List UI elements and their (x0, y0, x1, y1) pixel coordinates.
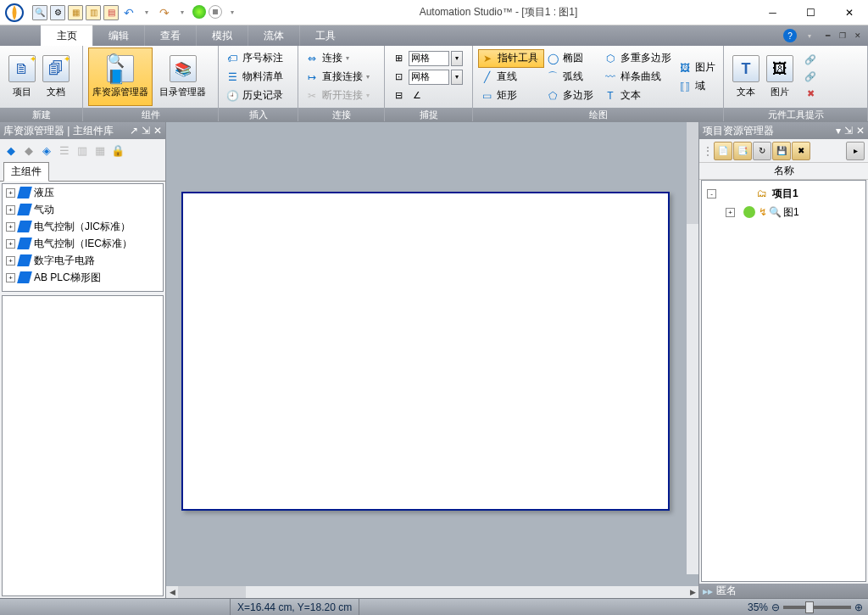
help-drop[interactable]: ▾ (802, 28, 817, 43)
btn-library-explorer[interactable]: 🔍📘 库资源管理器 (88, 48, 153, 106)
tree-row[interactable]: +气动 (3, 201, 163, 218)
mdi-restore[interactable]: ❐ (837, 31, 848, 41)
snap-btn-1[interactable]: ⊞ (390, 50, 407, 67)
grid-combo-1[interactable]: 网格▾ (409, 50, 463, 67)
tab-fluid[interactable]: 流体 (248, 25, 299, 46)
tt-btn-3[interactable]: ✖ (802, 86, 819, 103)
opts-icon[interactable]: ▾ (836, 125, 841, 137)
project-tree[interactable]: - 🗂 项目1 + ↯ 🔍 图1 (701, 180, 866, 582)
btn-new-document[interactable]: 🗐✦ 文档 (39, 48, 73, 106)
qat-btn-3[interactable]: ▦ (68, 5, 83, 20)
help-button[interactable]: ? (783, 29, 797, 42)
tree-row[interactable]: +数字电子电路 (3, 252, 163, 269)
btn-catalog-manager[interactable]: 📚 目录管理器 (153, 48, 213, 106)
zoom-slider[interactable] (783, 606, 851, 609)
btn-history[interactable]: 🕘历史记录 (224, 87, 285, 105)
close-panel[interactable]: ✕ (153, 125, 162, 137)
tab-edit[interactable]: 编辑 (92, 25, 144, 46)
lt-2[interactable]: ◆ (21, 143, 36, 158)
tt-btn-2[interactable]: 🔗 (802, 69, 819, 86)
rp-btn-1[interactable]: 📄 (714, 142, 732, 160)
mdi-minimize[interactable]: ━ (822, 31, 832, 41)
maximize-button[interactable]: ☐ (792, 1, 830, 25)
qat-btn-1[interactable]: 🔍 (32, 5, 47, 20)
project-icon: 🗎✦ (8, 55, 36, 82)
pin-icon[interactable]: ⇲ (142, 125, 150, 137)
btn-field[interactable]: ⟦⟧域 (676, 77, 719, 96)
lt-1[interactable]: ◆ (3, 143, 19, 158)
btn-line[interactable]: ╱直线 (478, 68, 544, 87)
stop-button[interactable] (209, 5, 222, 19)
btn-arc[interactable]: ⌒弧线 (544, 68, 602, 87)
btn-multipoly[interactable]: ⬡多重多边形 (602, 49, 676, 68)
redo-button[interactable]: ↷ (157, 5, 172, 20)
btn-serial-label[interactable]: 🏷序号标注 (224, 49, 285, 68)
tab-home[interactable]: 主页 (41, 25, 92, 46)
rp-btn-5[interactable]: ✖ (792, 142, 810, 160)
app-logo[interactable] (2, 1, 27, 25)
horizontal-scrollbar[interactable]: ◀▶ (166, 586, 698, 598)
rp-btn-2[interactable]: 📑 (733, 142, 752, 160)
btn-tooltip-image[interactable]: 🖼 图片 (763, 48, 797, 106)
btn-disconnect[interactable]: ✂断开连接▾ (303, 87, 371, 105)
btn-connect[interactable]: ⇔连接▾ (303, 49, 371, 68)
btn-bom[interactable]: ☰物料清单 (224, 68, 285, 87)
component-tree[interactable]: +液压 +气动 +电气控制（JIC标准） +电气控制（IEC标准） +数字电子电… (2, 183, 164, 292)
lt-3[interactable]: ◈ (39, 143, 54, 158)
minimize-button[interactable]: ─ (754, 1, 792, 25)
btn-ellipse[interactable]: ◯椭圆 (544, 49, 602, 68)
left-panel: 库资源管理器 | 主组件库 ↗⇲✕ ◆ ◆ ◈ ☰ ▥ ▦ 🔒 主组件 +液压 … (0, 122, 166, 598)
zoom-out[interactable]: ⊖ (771, 601, 780, 613)
qat-btn-4[interactable]: ▥ (86, 5, 101, 20)
snap-btn-4[interactable]: ∠ (409, 87, 426, 104)
tree-row[interactable]: +液压 (3, 184, 163, 201)
vertical-scrollbar[interactable] (687, 122, 698, 574)
qat-btn-5[interactable]: ▤ (103, 5, 119, 20)
undo-drop[interactable]: ▾ (139, 5, 154, 20)
btn-direct-connect[interactable]: ↦直接连接▾ (303, 68, 371, 87)
lt-5[interactable]: ▥ (75, 143, 90, 158)
tree-row[interactable]: +电气控制（IEC标准） (3, 235, 163, 252)
btn-spline[interactable]: 〰样条曲线 (602, 68, 676, 87)
btn-new-project[interactable]: 🗎✦ 项目 (5, 48, 39, 106)
btn-pointer[interactable]: ➤指针工具 (478, 49, 544, 68)
btn-rect[interactable]: ▭矩形 (478, 87, 544, 105)
mdi-close[interactable]: ✕ (853, 31, 863, 41)
project-node[interactable]: - 🗂 项目1 (702, 184, 865, 203)
tt-btn-1[interactable]: 🔗 (802, 52, 819, 69)
pin-icon[interactable]: ⇲ (844, 125, 853, 137)
tree-row[interactable]: +AB PLC梯形图 (3, 269, 163, 286)
undo-button[interactable]: ↶ (121, 5, 136, 20)
btn-text[interactable]: T文本 (602, 87, 676, 105)
grid-combo-2[interactable]: 网格▾ (409, 69, 463, 86)
tree-row[interactable]: +电气控制（JIC标准） (3, 218, 163, 235)
btn-polygon[interactable]: ⬠多边形 (544, 87, 602, 105)
lt-6[interactable]: ▦ (92, 143, 108, 158)
snap-btn-2[interactable]: ⊡ (390, 69, 407, 86)
btn-image[interactable]: 🖼图片 (676, 59, 719, 77)
rp-more[interactable]: ▸ (846, 142, 865, 160)
zoom-in[interactable]: ⊕ (854, 601, 863, 613)
play-button[interactable] (192, 5, 206, 19)
btn-tooltip-text[interactable]: T 文本 (729, 48, 763, 106)
close-button[interactable]: ✕ (830, 1, 868, 25)
qat-btn-2[interactable]: ⚙ (50, 5, 65, 20)
tab-view[interactable]: 查看 (144, 25, 196, 46)
close-panel[interactable]: ✕ (856, 125, 865, 137)
pointer-icon: ➤ (481, 52, 494, 65)
qat-more[interactable]: ▾ (225, 5, 240, 20)
drawing-page[interactable] (181, 192, 670, 511)
snap-btn-3[interactable]: ⊟ (390, 87, 407, 104)
subtab-main[interactable]: 主组件 (3, 162, 49, 182)
rp-btn-3[interactable]: ↻ (753, 142, 771, 160)
lt-7[interactable]: 🔒 (110, 143, 125, 158)
rp-btn-4[interactable]: 💾 (772, 142, 791, 160)
lt-4[interactable]: ☰ (57, 143, 72, 158)
opts-icon[interactable]: ↗ (130, 125, 138, 137)
group-new: 新建 (0, 108, 82, 121)
right-panel: 项目资源管理器 ▾⇲✕ ⋮ 📄 📑 ↻ 💾 ✖ ▸ 名称 - 🗂 项目1 + (698, 122, 868, 598)
document-node[interactable]: + ↯ 🔍 图1 (702, 203, 865, 221)
redo-drop[interactable]: ▾ (175, 5, 190, 20)
tab-simulate[interactable]: 模拟 (196, 25, 248, 46)
tab-tools[interactable]: 工具 (299, 25, 351, 46)
